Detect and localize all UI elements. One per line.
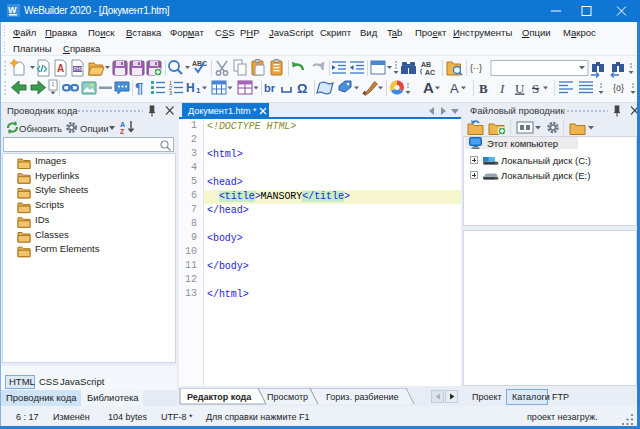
svg-text:A: A <box>57 63 64 74</box>
svg-text:¶: ¶ <box>135 79 143 96</box>
svg-text:{ö}: {ö} <box>613 83 624 93</box>
svg-text:U: U <box>515 81 525 96</box>
svg-text:S: S <box>532 81 539 96</box>
svg-text:Z: Z <box>120 128 125 135</box>
svg-text:W: W <box>8 5 17 15</box>
svg-text:A: A <box>450 81 459 96</box>
svg-text:AB: AB <box>421 61 431 68</box>
svg-text:AC: AC <box>425 69 435 76</box>
svg-text:ABC: ABC <box>192 60 207 67</box>
svg-text:br: br <box>264 82 276 94</box>
svg-text:B: B <box>479 81 488 96</box>
svg-text:A: A <box>120 121 125 128</box>
svg-text:A: A <box>423 79 434 96</box>
svg-text:{··}: {··} <box>470 63 482 73</box>
svg-text:H: H <box>186 81 195 95</box>
svg-text:1: 1 <box>196 86 201 95</box>
svg-text:3: 3 <box>169 90 172 96</box>
svg-text:PHP: PHP <box>74 66 85 72</box>
svg-text:Ω: Ω <box>297 81 307 96</box>
svg-text:I: I <box>499 81 505 96</box>
